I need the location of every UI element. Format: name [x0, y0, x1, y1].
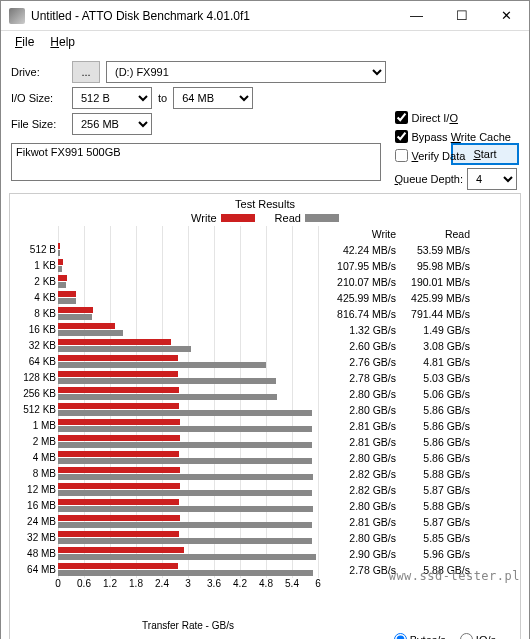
menu-help[interactable]: Help: [42, 33, 83, 51]
bar-row: [58, 418, 318, 434]
notes-textarea[interactable]: [11, 143, 381, 181]
bypass-cache-checkbox[interactable]: Bypass Write Cache: [395, 130, 518, 143]
menu-file[interactable]: File: [7, 33, 42, 51]
bar-row: [58, 514, 318, 530]
drive-label: Drive:: [11, 66, 66, 78]
io-from-select[interactable]: 512 B: [72, 87, 152, 109]
bar-row: [58, 466, 318, 482]
bar-row: [58, 258, 318, 274]
queue-depth-select[interactable]: 4: [467, 168, 517, 190]
legend-write: Write: [191, 212, 254, 224]
queue-depth-label: Queue Depth:: [395, 173, 464, 185]
bar-row: [58, 290, 318, 306]
bar-row: [58, 562, 318, 578]
chart-y-labels: 512 B1 KB2 KB4 KB8 KB16 KB32 KB64 KB128 …: [16, 226, 58, 578]
close-button[interactable]: ✕: [484, 1, 529, 31]
bar-row: [58, 434, 318, 450]
bar-row: [58, 498, 318, 514]
bar-row: [58, 354, 318, 370]
results-title: Test Results: [16, 198, 514, 210]
minimize-button[interactable]: —: [394, 1, 439, 31]
io-to-label: to: [158, 92, 167, 104]
drive-select[interactable]: (D:) FX991: [106, 61, 386, 83]
window-title: Untitled - ATTO Disk Benchmark 4.01.0f1: [31, 9, 394, 23]
bar-row: [58, 322, 318, 338]
bar-row: [58, 482, 318, 498]
bar-row: [58, 274, 318, 290]
legend-read: Read: [275, 212, 339, 224]
unit-bytes-radio[interactable]: Bytes/s: [394, 633, 446, 639]
bar-row: [58, 530, 318, 546]
browse-button[interactable]: ...: [72, 61, 100, 83]
bar-row: [58, 242, 318, 258]
bar-row: [58, 450, 318, 466]
direct-io-checkbox[interactable]: Direct I/O: [395, 111, 518, 124]
io-to-select[interactable]: 64 MB: [173, 87, 253, 109]
unit-io-radio[interactable]: IO/s: [460, 633, 496, 639]
bar-row: [58, 370, 318, 386]
bar-row: [58, 386, 318, 402]
chart-x-axis: 00.61.21.82.433.64.24.85.46: [58, 578, 318, 606]
values-read-column: Read 53.59 MB/s95.98 MB/s190.01 MB/s425.…: [396, 226, 470, 578]
chart-bars: [58, 226, 318, 578]
filesize-label: File Size:: [11, 118, 66, 130]
verify-data-checkbox[interactable]: Verify Data: [395, 149, 518, 162]
bar-row: [58, 402, 318, 418]
bar-row: [58, 546, 318, 562]
bar-row: [58, 338, 318, 354]
app-icon: [9, 8, 25, 24]
filesize-select[interactable]: 256 MB: [72, 113, 152, 135]
chart-x-label: Transfer Rate - GB/s: [58, 620, 318, 631]
bar-row: [58, 306, 318, 322]
maximize-button[interactable]: ☐: [439, 1, 484, 31]
values-write-column: Write 42.24 MB/s107.95 MB/s210.07 MB/s42…: [322, 226, 396, 578]
io-size-label: I/O Size:: [11, 92, 66, 104]
